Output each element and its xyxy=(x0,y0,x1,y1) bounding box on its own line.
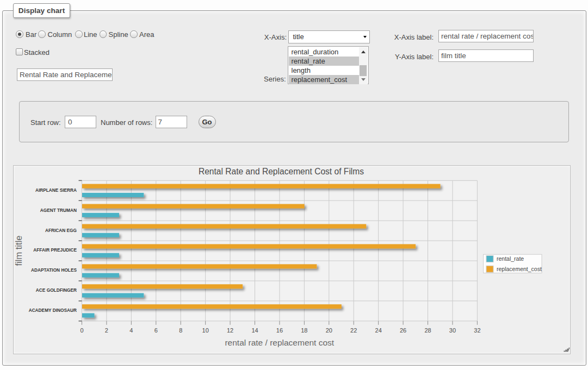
svg-text:32: 32 xyxy=(474,327,480,334)
svg-text:AIRPLANE SIERRA: AIRPLANE SIERRA xyxy=(35,187,77,193)
svg-text:16: 16 xyxy=(276,327,283,334)
svg-text:18: 18 xyxy=(301,327,307,334)
svg-text:8: 8 xyxy=(179,327,182,334)
svg-text:22: 22 xyxy=(350,327,357,334)
svg-text:10: 10 xyxy=(202,327,209,334)
svg-text:Rental Rate and Replacement Co: Rental Rate and Replacement Cost of Film… xyxy=(199,167,364,176)
svg-text:AGENT TRUMAN: AGENT TRUMAN xyxy=(40,208,77,213)
svg-text:ADAPTATION HOLES: ADAPTATION HOLES xyxy=(31,267,77,273)
svg-text:20: 20 xyxy=(326,327,332,334)
svg-text:2: 2 xyxy=(105,327,108,334)
svg-text:AFRICAN EGG: AFRICAN EGG xyxy=(45,228,77,233)
svg-text:replacement_cost: replacement_cost xyxy=(497,266,542,272)
svg-text:26: 26 xyxy=(400,327,406,334)
svg-text:rental rate / replacement cost: rental rate / replacement cost xyxy=(225,338,334,347)
svg-text:ACADEMY DINOSAUR: ACADEMY DINOSAUR xyxy=(29,308,77,313)
svg-text:28: 28 xyxy=(424,327,431,334)
svg-text:6: 6 xyxy=(154,327,158,334)
svg-text:film title: film title xyxy=(14,236,23,266)
svg-text:24: 24 xyxy=(375,327,382,334)
svg-text:AFFAIR PREJUDICE: AFFAIR PREJUDICE xyxy=(33,247,77,253)
svg-text:30: 30 xyxy=(449,327,456,334)
svg-text:14: 14 xyxy=(251,327,258,334)
svg-text:12: 12 xyxy=(227,327,233,334)
svg-text:rental_rate: rental_rate xyxy=(497,255,524,262)
svg-text:4: 4 xyxy=(129,327,133,334)
svg-text:ACE GOLDFINGER: ACE GOLDFINGER xyxy=(36,287,77,293)
svg-text:0: 0 xyxy=(80,327,83,334)
